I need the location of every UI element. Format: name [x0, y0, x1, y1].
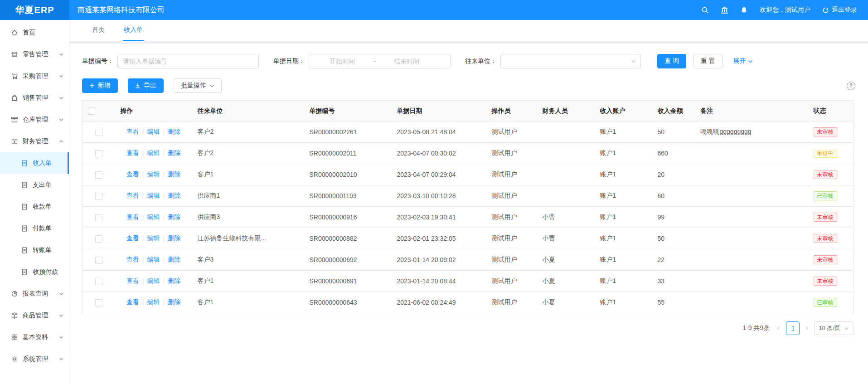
- prev-page-button[interactable]: [776, 326, 781, 331]
- edit-link[interactable]: 编辑: [147, 298, 160, 306]
- purchase-icon: [11, 73, 18, 80]
- home-icon: [11, 29, 18, 36]
- cell-checkbox: [82, 271, 115, 292]
- page-size-select[interactable]: 10 条/页: [814, 321, 853, 335]
- edit-link[interactable]: 编辑: [147, 277, 160, 284]
- search-button[interactable]: 查 询: [657, 54, 686, 68]
- search-icon[interactable]: [701, 6, 709, 14]
- delete-link[interactable]: 删除: [168, 277, 180, 284]
- batch-actions-button[interactable]: 批量操作: [174, 78, 222, 93]
- view-link[interactable]: 查看: [126, 170, 139, 178]
- bank-icon[interactable]: [721, 6, 728, 14]
- date-end-input[interactable]: [377, 58, 436, 65]
- bell-icon[interactable]: [740, 6, 748, 14]
- date-range-picker[interactable]: ~: [309, 54, 451, 68]
- sidebar-item-purchase[interactable]: 采购管理: [0, 65, 69, 87]
- row-checkbox[interactable]: [95, 235, 102, 243]
- page-number-button[interactable]: 1: [786, 321, 800, 335]
- row-checkbox[interactable]: [95, 214, 102, 221]
- view-link[interactable]: 查看: [126, 277, 139, 284]
- sidebar-item-sales[interactable]: 销售管理: [0, 87, 69, 109]
- sidebar-item-label: 首页: [23, 29, 63, 37]
- view-link[interactable]: 查看: [126, 149, 139, 156]
- sidebar-item-finance[interactable]: 财务管理: [0, 131, 69, 152]
- cell-unit: 客户1: [192, 164, 304, 185]
- pagination-total: 1-9 共9条: [742, 324, 770, 332]
- row-checkbox[interactable]: [95, 129, 102, 136]
- sidebar-item-receipt-bill[interactable]: 收款单: [0, 196, 69, 218]
- sidebar-item-home[interactable]: 首页: [0, 22, 69, 44]
- sidebar-item-basic-data[interactable]: 基本资料: [0, 326, 69, 348]
- sidebar-item-reports[interactable]: 报表查询: [0, 283, 69, 305]
- reset-button[interactable]: 重 置: [693, 54, 723, 68]
- cell-unit: 客户3: [192, 249, 304, 271]
- sidebar-item-label: 报表查询: [23, 290, 59, 298]
- view-link[interactable]: 查看: [126, 128, 139, 135]
- tab-income-bill[interactable]: 收入单: [123, 20, 144, 41]
- edit-link[interactable]: 编辑: [147, 149, 160, 156]
- expand-link[interactable]: 展开: [733, 57, 753, 65]
- sidebar-item-income-bill[interactable]: 收入单: [0, 152, 69, 174]
- delete-link[interactable]: 删除: [168, 234, 180, 242]
- cell-bill-date: 2023-01-14 20:09:02: [392, 249, 486, 271]
- view-link[interactable]: 查看: [126, 213, 139, 220]
- goods-icon: [11, 312, 18, 319]
- select-all-checkbox[interactable]: [88, 107, 95, 115]
- delete-link[interactable]: 删除: [168, 256, 180, 263]
- toolbar: 新增 导出 批量操作 ?: [82, 78, 855, 93]
- bill-no-input[interactable]: [117, 54, 259, 68]
- edit-link[interactable]: 编辑: [147, 170, 160, 178]
- sidebar-item-system[interactable]: 系统管理: [0, 348, 69, 370]
- chevron-down-icon: [209, 83, 214, 88]
- view-link[interactable]: 查看: [126, 298, 139, 306]
- export-button[interactable]: 导出: [128, 78, 164, 93]
- row-checkbox[interactable]: [95, 257, 102, 264]
- row-checkbox[interactable]: [95, 171, 102, 179]
- delete-link[interactable]: 删除: [168, 192, 180, 199]
- view-link[interactable]: 查看: [126, 256, 139, 263]
- sidebar-item-label: 收款单: [33, 203, 69, 211]
- date-start-input[interactable]: [313, 58, 372, 65]
- retail-icon: [11, 51, 18, 58]
- bill-no-label: 单据编号：: [82, 57, 114, 65]
- tab-home[interactable]: 首页: [91, 20, 106, 41]
- action-separator: |: [142, 128, 144, 135]
- sidebar-item-warehouse[interactable]: 仓库管理: [0, 109, 69, 131]
- unit-select[interactable]: [500, 54, 641, 68]
- next-page-button[interactable]: [804, 326, 810, 331]
- cell-actions: 查看|编辑|删除: [115, 143, 192, 164]
- delete-link[interactable]: 删除: [168, 298, 180, 306]
- sidebar-item-advance-payment[interactable]: 收预付款: [0, 261, 69, 283]
- delete-link[interactable]: 删除: [168, 128, 180, 135]
- help-icon[interactable]: ?: [847, 82, 855, 90]
- cell-bill-no: SR00000001193: [304, 185, 392, 207]
- view-link[interactable]: 查看: [126, 192, 139, 199]
- edit-link[interactable]: 编辑: [147, 234, 160, 242]
- add-button[interactable]: 新增: [82, 78, 118, 93]
- delete-link[interactable]: 删除: [168, 149, 180, 156]
- sidebar-item-payment-bill[interactable]: 付款单: [0, 218, 69, 239]
- row-checkbox[interactable]: [95, 193, 102, 200]
- cell-status: 未审核: [808, 271, 853, 292]
- sidebar-item-expense-bill[interactable]: 支出单: [0, 174, 69, 196]
- sidebar-item-transfer-bill[interactable]: 转账单: [0, 239, 69, 261]
- row-checkbox[interactable]: [95, 299, 102, 306]
- header-status: 状态: [808, 101, 853, 122]
- sidebar-item-goods[interactable]: 商品管理: [0, 305, 69, 326]
- view-link[interactable]: 查看: [126, 234, 139, 242]
- table-row: 查看|编辑|删除 供应商3 SR00000000916 2023-02-03 1…: [82, 207, 853, 228]
- cell-actions: 查看|编辑|删除: [115, 292, 192, 313]
- delete-link[interactable]: 删除: [168, 170, 180, 178]
- delete-link[interactable]: 删除: [168, 213, 180, 220]
- logout-link[interactable]: 退出登录: [822, 6, 857, 14]
- edit-link[interactable]: 编辑: [147, 213, 160, 220]
- sidebar-item-retail[interactable]: 零售管理: [0, 44, 69, 65]
- edit-link[interactable]: 编辑: [147, 128, 160, 135]
- edit-link[interactable]: 编辑: [147, 256, 160, 263]
- row-checkbox[interactable]: [95, 278, 102, 285]
- status-badge: 审核中: [814, 149, 837, 158]
- chevron-down-icon: [631, 59, 636, 64]
- edit-link[interactable]: 编辑: [147, 192, 160, 199]
- status-badge: 未审核: [814, 255, 837, 264]
- row-checkbox[interactable]: [95, 150, 102, 157]
